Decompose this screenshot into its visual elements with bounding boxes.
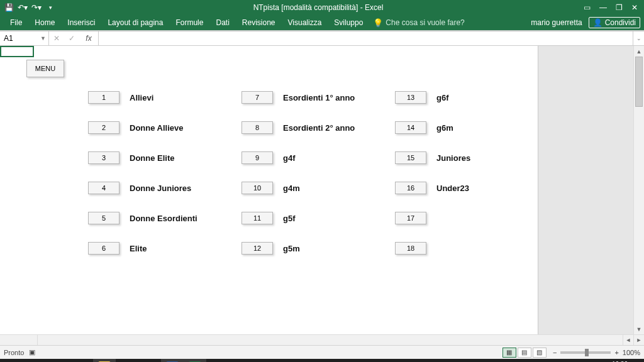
category-button-8[interactable]: 8: [242, 121, 273, 134]
name-box-dropdown-icon[interactable]: ▼: [40, 35, 46, 41]
vscroll-thumb[interactable]: [635, 57, 643, 107]
category-button-4[interactable]: 4: [88, 182, 119, 194]
formula-input[interactable]: [99, 31, 633, 45]
menu-button[interactable]: MENU: [26, 60, 64, 77]
category-button-3[interactable]: 3: [88, 151, 119, 164]
scroll-left-icon[interactable]: ◄: [623, 335, 633, 345]
qat-customize-icon[interactable]: ▾: [45, 3, 55, 13]
vscroll-track[interactable]: [634, 57, 644, 324]
tab-review[interactable]: Revisione: [236, 15, 282, 30]
category-button-12[interactable]: 12: [242, 242, 273, 255]
hscroll-track[interactable]: [38, 335, 623, 345]
category-button-13[interactable]: 13: [395, 91, 426, 104]
tab-page-layout[interactable]: Layout di pagina: [101, 15, 169, 30]
category-button-17[interactable]: 17: [395, 212, 426, 224]
task-view-icon[interactable]: ⧉: [48, 359, 70, 362]
cortana-icon[interactable]: ◯: [25, 359, 48, 362]
maximize-icon[interactable]: ❐: [616, 3, 623, 12]
tab-home[interactable]: Home: [28, 15, 61, 30]
tab-insert[interactable]: Inserisci: [61, 15, 101, 30]
zoom-out-icon[interactable]: −: [553, 349, 557, 356]
tab-data[interactable]: Dati: [209, 15, 235, 30]
category-button-18[interactable]: 18: [395, 242, 426, 255]
view-page-break-icon[interactable]: ▧: [533, 348, 547, 358]
category-button-6[interactable]: 6: [88, 242, 119, 255]
category-label-12: g5m: [283, 244, 300, 253]
formula-cancel-icon: ✕: [49, 34, 64, 43]
vertical-scrollbar[interactable]: ▲ ▼: [633, 46, 644, 334]
category-label-13: g6f: [436, 93, 449, 102]
minimize-icon[interactable]: —: [599, 3, 607, 12]
share-icon: 👤: [593, 18, 602, 27]
undo-icon[interactable]: ↶▾: [18, 3, 28, 13]
taskbar-ie[interactable]: e: [116, 359, 138, 362]
macro-record-icon[interactable]: ▣: [29, 348, 35, 356]
share-button[interactable]: 👤 Condividi: [589, 17, 640, 28]
category-label-8: Esordienti 2° anno: [283, 123, 355, 133]
window-controls: ▭ — ❐ ✕: [577, 3, 644, 12]
category-button-2[interactable]: 2: [88, 121, 119, 134]
sheet-tab-nav[interactable]: [0, 335, 38, 345]
scroll-right-icon[interactable]: ►: [633, 335, 644, 345]
category-button-16[interactable]: 16: [395, 182, 426, 194]
category-label-1: Allievi: [130, 93, 153, 102]
category-button-15[interactable]: 15: [395, 151, 426, 164]
category-button-5[interactable]: 5: [88, 212, 119, 224]
action-center-icon[interactable]: 💬: [630, 359, 641, 362]
ribbon-options-icon[interactable]: ▭: [584, 3, 591, 12]
tell-me-search[interactable]: 💡 Che cosa si vuole fare?: [373, 18, 464, 28]
category-button-9[interactable]: 9: [242, 151, 273, 164]
taskbar-paint[interactable]: 🎨: [138, 359, 161, 362]
category-label-2: Donne Allieve: [130, 123, 183, 133]
start-button[interactable]: ⊞: [3, 359, 25, 362]
category-button-10[interactable]: 10: [242, 182, 273, 194]
view-page-layout-icon[interactable]: ▤: [518, 348, 531, 358]
zoom-handle[interactable]: [585, 349, 589, 356]
category-button-11[interactable]: 11: [242, 212, 273, 224]
scroll-up-icon[interactable]: ▲: [634, 46, 644, 57]
zoom-level[interactable]: 100%: [623, 349, 640, 356]
taskbar-explorer[interactable]: 📁: [93, 359, 116, 362]
taskbar-word[interactable]: W: [161, 359, 184, 362]
tab-view[interactable]: Visualizza: [282, 15, 328, 30]
category-button-7[interactable]: 7: [242, 91, 273, 104]
scroll-down-icon[interactable]: ▼: [634, 324, 644, 334]
worksheet-grid[interactable]: MENU 1Allievi2Donne Allieve3Donne Elite4…: [0, 46, 538, 334]
menu-button-label: MENU: [35, 65, 55, 72]
category-label-15: Juniores: [436, 153, 470, 163]
taskbar-onenote[interactable]: N: [252, 359, 274, 362]
zoom-slider[interactable]: [560, 351, 611, 354]
category-label-3: Donne Elite: [130, 153, 175, 163]
formula-expand-icon[interactable]: ⌄: [633, 31, 644, 45]
zoom-in-icon[interactable]: +: [614, 349, 618, 356]
view-normal-icon[interactable]: ▦: [502, 348, 516, 358]
category-label-14: g6m: [436, 123, 453, 133]
taskbar-outlook[interactable]: O: [229, 359, 252, 362]
fx-icon[interactable]: fx: [79, 34, 98, 43]
close-icon[interactable]: ✕: [631, 3, 638, 12]
worksheet-area: MENU 1Allievi2Donne Allieve3Donne Elite4…: [0, 46, 644, 334]
save-icon[interactable]: 💾: [4, 3, 14, 13]
windows-taskbar: ⊞ ◯ ⧉ e 📁 e 🎨 W X ✓ O N ˄ 📶 🔊 ⌨ 16:36 19…: [0, 359, 644, 362]
tab-file[interactable]: File: [4, 15, 28, 30]
right-gutter: [538, 46, 633, 334]
tab-formulas[interactable]: Formule: [169, 15, 209, 30]
name-box[interactable]: A1 ▼: [0, 31, 49, 45]
account-name[interactable]: mario guerretta: [525, 18, 588, 27]
category-label-11: g5f: [283, 214, 296, 223]
category-label-5: Donne Esordienti: [130, 214, 197, 223]
category-button-14[interactable]: 14: [395, 121, 426, 134]
status-bar: Pronto ▣ ▦ ▤ ▧ − + 100%: [0, 345, 644, 359]
tell-me-placeholder: Che cosa si vuole fare?: [386, 18, 464, 27]
taskbar-norton[interactable]: ✓: [206, 359, 229, 362]
category-label-16: Under23: [436, 184, 469, 193]
taskbar-edge[interactable]: e: [70, 359, 93, 362]
lightbulb-icon: 💡: [373, 18, 383, 28]
category-button-1[interactable]: 1: [88, 91, 119, 104]
tab-developer[interactable]: Sviluppo: [328, 15, 369, 30]
ribbon-tabs: File Home Inserisci Layout di pagina For…: [0, 15, 644, 30]
taskbar-excel[interactable]: X: [184, 359, 206, 362]
horizontal-scrollbar[interactable]: ◄ ►: [0, 334, 644, 345]
redo-icon[interactable]: ↷▾: [31, 3, 42, 13]
active-cell[interactable]: [0, 46, 34, 57]
